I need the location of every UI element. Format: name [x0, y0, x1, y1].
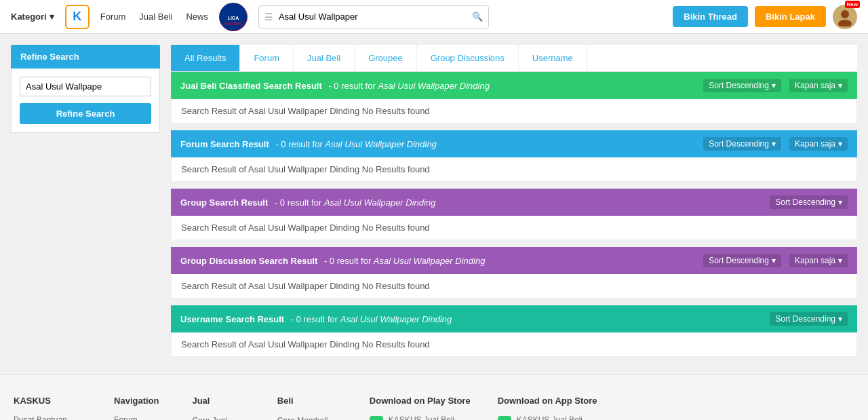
nav-news[interactable]: News: [186, 12, 208, 22]
sidebar-title: Refine Search: [11, 45, 160, 69]
group-discussion-sort-area: Sort Descending ▾ Kapan saja ▾: [703, 254, 848, 267]
footer-col-kaskus: KASKUS Pusat Bantuan Tentang Kami Berikl…: [14, 396, 87, 420]
footer-columns: KASKUS Pusat Bantuan Tentang Kami Berikl…: [14, 396, 854, 420]
jual-beli-subtitle: - 0 result for: [326, 81, 378, 91]
appstore-jual-beli-label: KASKUS Jual Beli: [517, 415, 583, 420]
forum-subtitle: - 0 result for: [273, 139, 326, 149]
liga-inggris-logo[interactable]: LIGA INGGRIS: [219, 3, 248, 31]
footer-jual-heading: Jual: [192, 396, 250, 406]
footer: KASKUS Pusat Bantuan Tentang Kami Berikl…: [0, 375, 868, 420]
result-section-username: Username Search Result - 0 result for As…: [171, 305, 857, 357]
user-avatar-wrapper: New: [833, 5, 857, 29]
main-nav: Forum Jual Beli News: [100, 12, 208, 22]
tab-forum[interactable]: Forum: [240, 45, 294, 71]
footer-cara-membeli: Cara Membeli Updated: [277, 415, 342, 420]
result-header-group-discussion: Group Discussion Search Result - 0 resul…: [171, 247, 857, 274]
jual-beli-sort-area: Sort Descending ▾ Kapan saja ▾: [703, 79, 848, 92]
result-header-jual-beli: Jual Beli Classified Search Result - 0 r…: [171, 72, 857, 99]
kaskus-jual-beli-icon: 🛒: [370, 416, 383, 420]
bikin-lapak-button[interactable]: Bikin Lapak: [755, 6, 826, 27]
main-content: Refine Search Refine Search All Results …: [0, 34, 868, 375]
kategori-dropdown[interactable]: Kategori ▾: [11, 12, 54, 22]
group-sort-dropdown[interactable]: Sort Descending ▾: [770, 195, 848, 209]
username-sort-dropdown[interactable]: Sort Descending ▾: [770, 312, 848, 326]
forum-sort-area: Sort Descending ▾ Kapan saja ▾: [703, 137, 848, 151]
footer-beli-heading: Beli: [277, 396, 342, 406]
footer-nav-forum[interactable]: Forum: [114, 415, 165, 420]
results-area: All Results Forum Jual Beli Groupee Grou…: [171, 45, 857, 364]
svg-point-3: [841, 10, 849, 18]
forum-sort-dropdown[interactable]: Sort Descending ▾: [703, 137, 781, 151]
footer-kaskus-heading: KASKUS: [14, 396, 87, 406]
group-title: Group Search Result: [180, 197, 268, 208]
refine-search-button[interactable]: Refine Search: [20, 103, 151, 124]
footer-col-playstore: Download on Play Store 🛒 KASKUS Jual Bel…: [370, 396, 471, 420]
new-badge: New: [845, 1, 860, 8]
search-input[interactable]: [279, 12, 472, 22]
playstore-jual-beli[interactable]: 🛒 KASKUS Jual Beli: [370, 415, 471, 420]
jual-beli-kapan-dropdown[interactable]: Kapan saja ▾: [789, 79, 848, 92]
username-result-body: Search Result of Asal Usul Wallpaper Din…: [171, 332, 857, 357]
group-query: Asal Usul Wallpaper Dinding: [324, 197, 436, 208]
hamburger-icon: ☰: [264, 12, 273, 22]
chevron-down-icon: ▾: [838, 314, 842, 324]
tab-all-results[interactable]: All Results: [171, 45, 240, 71]
tab-groupee[interactable]: Groupee: [355, 45, 417, 71]
forum-kapan-dropdown[interactable]: Kapan saja ▾: [789, 137, 848, 151]
svg-point-4: [838, 20, 852, 26]
username-sort-area: Sort Descending ▾: [770, 312, 848, 326]
user-avatar[interactable]: [833, 5, 857, 29]
jual-beli-sort-dropdown[interactable]: Sort Descending ▾: [703, 79, 781, 92]
chevron-down-icon: ▾: [772, 81, 776, 90]
group-discussion-result-body: Search Result of Asal Usul Wallpaper Din…: [171, 274, 857, 299]
tab-group-discussions[interactable]: Group Discussions: [417, 45, 519, 71]
sidebar-search-input[interactable]: [20, 77, 151, 96]
group-discussion-kapan-dropdown[interactable]: Kapan saja ▾: [789, 254, 848, 267]
forum-query: Asal Usul Wallpaper Dinding: [325, 139, 437, 149]
appstore-jual-beli[interactable]: KASKUS Jual Beli: [498, 415, 597, 420]
username-title: Username Search Result: [180, 314, 284, 324]
result-header-forum: Forum Search Result - 0 result for Asal …: [171, 130, 857, 157]
kaskus-logo[interactable]: K: [65, 5, 90, 29]
svg-text:INGGRIS: INGGRIS: [224, 22, 241, 26]
chevron-down-icon: ▾: [772, 256, 776, 265]
svg-text:LIGA: LIGA: [228, 16, 239, 20]
group-result-body: Search Result of Asal Usul Wallpaper Din…: [171, 216, 857, 240]
group-subtitle: - 0 result for: [272, 197, 324, 208]
username-query: Asal Usul Wallpaper Dinding: [340, 314, 452, 324]
result-header-group: Group Search Result - 0 result for Asal …: [171, 189, 857, 216]
result-section-forum: Forum Search Result - 0 result for Asal …: [171, 130, 857, 182]
footer-col-beli: Beli Cara Membeli Updated Pembelian - FA…: [277, 396, 342, 420]
footer-col-jual: Jual Cara Jual Updated Berjualan - FAQ K…: [192, 396, 250, 420]
footer-playstore-heading: Download on Play Store: [370, 396, 471, 406]
result-section-jual-beli: Jual Beli Classified Search Result - 0 r…: [171, 72, 857, 123]
tab-username[interactable]: Username: [519, 45, 587, 71]
playstore-jual-beli-label: KASKUS Jual Beli: [389, 415, 454, 420]
group-discussion-sort-dropdown[interactable]: Sort Descending ▾: [703, 254, 781, 267]
forum-result-body: Search Result of Asal Usul Wallpaper Din…: [171, 157, 857, 182]
result-header-username: Username Search Result - 0 result for As…: [171, 305, 857, 332]
appstore-jual-beli-icon: [498, 416, 511, 420]
group-discussion-subtitle: - 0 result for: [321, 256, 374, 266]
jual-beli-title: Jual Beli Classified Search Result: [180, 81, 322, 91]
group-sort-area: Sort Descending ▾: [770, 195, 848, 209]
jual-beli-result-body: Search Result of Asal Usul Wallpaper Din…: [171, 99, 857, 123]
chevron-down-icon: ▾: [838, 197, 842, 207]
jual-beli-query: Asal Usul Wallpaper Dinding: [378, 81, 490, 91]
tab-jual-beli[interactable]: Jual Beli: [294, 45, 355, 71]
bikin-thread-button[interactable]: Bikin Thread: [673, 6, 748, 27]
footer-nav-heading: Navigation: [114, 396, 165, 406]
group-discussion-title: Group Discussion Search Result: [180, 256, 317, 266]
chevron-down-icon: ▾: [772, 139, 776, 149]
chevron-down-icon: ▾: [838, 139, 842, 149]
username-subtitle: - 0 result for: [288, 314, 340, 324]
chevron-down-icon: ▾: [838, 81, 842, 90]
search-icon[interactable]: 🔍: [472, 12, 483, 22]
nav-jual-beli[interactable]: Jual Beli: [139, 12, 172, 22]
footer-col-navigation: Navigation Forum Jual Beli Groups KASKUS…: [114, 396, 165, 420]
search-bar: ☰ 🔍: [258, 5, 489, 28]
footer-appstore-heading: Download on App Store: [498, 396, 597, 406]
chevron-down-icon: ▾: [50, 12, 54, 22]
footer-pusat-bantuan[interactable]: Pusat Bantuan: [14, 415, 87, 420]
nav-forum[interactable]: Forum: [100, 12, 126, 22]
